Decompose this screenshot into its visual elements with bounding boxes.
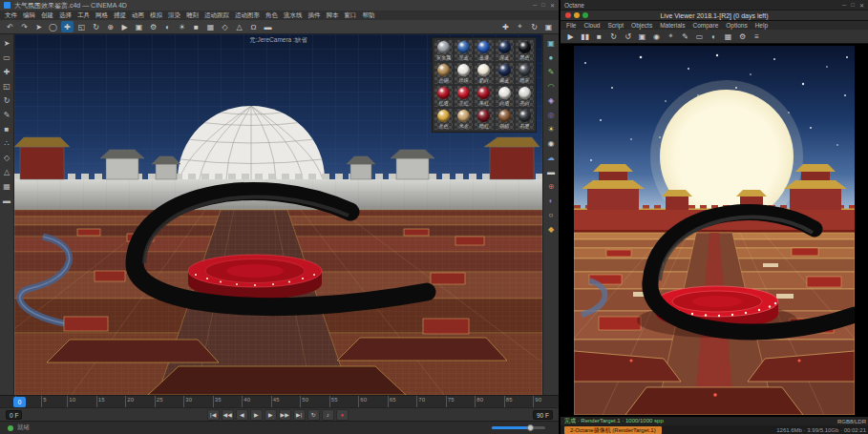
camera-object-icon[interactable]: ◉	[545, 137, 557, 149]
material-swatch[interactable]: 铜棕	[496, 109, 514, 130]
render-view-icon[interactable]: ▶	[118, 21, 131, 32]
arc-spline-icon[interactable]: ◠	[545, 80, 557, 92]
points-mode-icon[interactable]: ∴	[1, 137, 12, 149]
play-icon[interactable]: ▶	[564, 31, 577, 42]
minimize-button[interactable]: ─	[533, 2, 537, 9]
snap-icon[interactable]: Ω	[247, 21, 260, 32]
model-mode-icon[interactable]: ■	[1, 123, 12, 134]
pen-spline-icon[interactable]: ✎	[545, 66, 557, 77]
lod-slider-handle[interactable]	[527, 424, 534, 431]
marquee-select-icon[interactable]: ▭	[1, 52, 12, 63]
close-traffic-light[interactable]	[565, 12, 571, 18]
lv-menu-item[interactable]: Script	[607, 22, 624, 29]
material-swatch[interactable]: 黑色	[516, 40, 534, 61]
c4d-menu-item[interactable]: 帮助	[363, 11, 375, 20]
lv-menu-item[interactable]: Help	[755, 22, 768, 29]
go-end-icon[interactable]: ▶|	[293, 409, 306, 421]
material-swatch[interactable]: 亮白	[516, 86, 534, 107]
minimize-traffic-light[interactable]	[574, 12, 580, 18]
c4d-menu-item[interactable]: 运动跟踪	[204, 11, 229, 20]
close-button[interactable]: ✕	[550, 2, 555, 9]
next-key-icon[interactable]: ▶▶	[279, 409, 291, 421]
close-button[interactable]: ✕	[859, 2, 864, 9]
workplane-icon[interactable]: ▬	[262, 21, 274, 32]
lv-menu-item[interactable]: Options	[726, 22, 747, 29]
material-manager-icon[interactable]: ◐	[161, 21, 174, 32]
lv-menu-item[interactable]: File	[566, 22, 576, 29]
instance-object-icon[interactable]: ◐	[545, 195, 557, 206]
rotate-tool-icon[interactable]: ↻	[1, 94, 12, 106]
material-swatch[interactable]: 米金	[455, 109, 473, 130]
frame-start-field[interactable]: 0 F	[6, 410, 22, 420]
c4d-menu-item[interactable]: 选择	[59, 11, 72, 20]
region-render-icon[interactable]: ▭	[693, 31, 706, 42]
light-object-icon[interactable]: ☀	[545, 123, 557, 134]
points-mode-icon[interactable]: ▦	[204, 21, 217, 32]
move-tool-icon[interactable]: ✚	[1, 66, 12, 77]
polygons-mode-icon[interactable]: △	[233, 21, 245, 32]
loop-icon[interactable]: ↻	[307, 409, 320, 421]
stage-object[interactable]	[188, 255, 322, 300]
c4d-menu-item[interactable]: 捕捉	[114, 11, 126, 20]
subsample-icon[interactable]: ▦	[722, 31, 734, 42]
timeline-playhead[interactable]: 0	[13, 397, 26, 407]
material-swatch[interactable]: 白透	[496, 86, 514, 107]
c4d-menu-item[interactable]: 网格	[95, 11, 108, 20]
edges-mode-icon[interactable]: ◇	[219, 21, 231, 32]
coords-icon[interactable]: ⊕	[104, 21, 116, 32]
clay-mode-icon[interactable]: ◐	[708, 31, 720, 42]
material-swatch[interactable]: 蓝漆	[475, 40, 493, 61]
lv-menu-item[interactable]: Materials	[660, 22, 685, 29]
floor-object-icon[interactable]: ▬	[545, 166, 557, 177]
next-frame-icon[interactable]: ▶	[265, 409, 277, 421]
frame-end-field[interactable]: 90 F	[533, 410, 553, 420]
material-swatch[interactable]: 暗灰	[516, 63, 534, 84]
material-swatch[interactable]: 石墨	[516, 109, 534, 130]
c4d-menu-item[interactable]: 创建	[41, 11, 53, 20]
mograph-cloner-icon[interactable]: ◎	[545, 109, 557, 120]
material-node-icon[interactable]: ○	[545, 209, 557, 220]
material-swatch[interactable]: 珍珠	[455, 63, 473, 84]
lv-menu-item[interactable]: Cloud	[583, 22, 600, 29]
c4d-menu-item[interactable]: 渲染	[168, 11, 180, 20]
sound-icon[interactable]: ♪	[322, 409, 334, 421]
go-start-icon[interactable]: |◀	[207, 409, 220, 421]
material-swatch[interactable]: 深蓝	[496, 40, 514, 61]
material-swatch[interactable]: 暗红	[475, 109, 493, 130]
render-viewport[interactable]	[561, 44, 868, 417]
maximize-button[interactable]: □	[541, 2, 545, 9]
render-target-chip[interactable]: 2-Octane摄像机 (RenderTarget.1)	[564, 426, 662, 434]
lock-resolution-icon[interactable]: ▣	[636, 31, 648, 42]
pick-focus-icon[interactable]: ⌖	[665, 31, 677, 42]
material-swatch[interactable]: 金色	[434, 109, 453, 130]
c4d-menu-item[interactable]: 脚本	[327, 11, 339, 20]
record-icon[interactable]: ●	[336, 409, 349, 421]
pick-material-icon[interactable]: ✎	[679, 31, 691, 42]
camera-label[interactable]: 元:JereCamera :缺省	[249, 36, 307, 45]
material-swatch[interactable]: 灰金属	[434, 40, 453, 61]
minimize-button[interactable]: ─	[842, 2, 846, 9]
lv-menu-item[interactable]: Compare	[693, 22, 719, 29]
refresh-icon[interactable]: ↺	[622, 31, 634, 42]
material-swatch[interactable]: 奶白	[475, 63, 493, 84]
lod-slider[interactable]	[492, 426, 545, 429]
c4d-menu-item[interactable]: 动画	[132, 11, 144, 20]
camera-icon[interactable]: ◉	[650, 31, 663, 42]
c4d-menu-item[interactable]: 插件	[308, 11, 321, 20]
material-swatch[interactable]: 古铜	[434, 63, 453, 84]
timeline-ruler[interactable]: 051015202530354045505560657075808590 0	[0, 395, 559, 407]
texture-mode-icon[interactable]: ▦	[1, 180, 12, 192]
c4d-menu-item[interactable]: 编辑	[23, 11, 35, 20]
settings-icon[interactable]: ⚙	[736, 31, 749, 42]
material-swatch[interactable]: 朱红	[475, 86, 493, 107]
c4d-menu-item[interactable]: 文件	[5, 11, 17, 20]
selection-tool-icon[interactable]: ➤	[1, 37, 12, 49]
tag-icon[interactable]: ◆	[545, 223, 557, 235]
maximize-button[interactable]: □	[851, 2, 855, 9]
pause-icon[interactable]: ▮▮	[579, 31, 591, 42]
c4d-menu-item[interactable]: 工具	[77, 11, 90, 20]
rotate-icon[interactable]: ↻	[90, 21, 102, 32]
redo-icon[interactable]: ↷	[18, 21, 31, 32]
stop-icon[interactable]: ■	[593, 31, 605, 42]
c4d-menu-item[interactable]: 模拟	[150, 11, 162, 20]
